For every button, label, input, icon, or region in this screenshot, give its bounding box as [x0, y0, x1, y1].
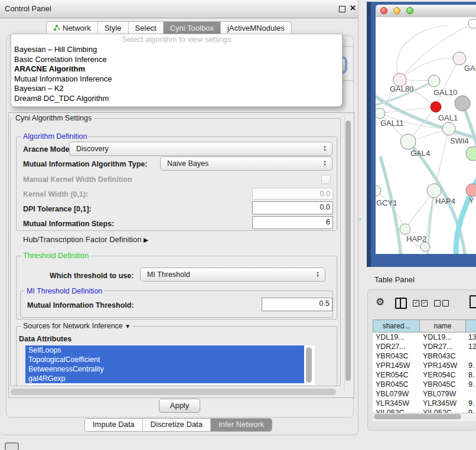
which-threshold-combobox[interactable]: MI Threshold ▲▼ [140, 268, 325, 282]
new-table-icon[interactable] [470, 295, 476, 308]
settings-vertical-scrollbar-thumb[interactable] [345, 120, 351, 381]
node-label: GAL11 [380, 119, 404, 128]
mi-type-value: Naive Bayes [167, 159, 208, 168]
table-cell: 13 [466, 332, 476, 342]
data-attribute-item[interactable]: BetweennessCentrality [25, 364, 304, 374]
data-attribute-item[interactable]: gal4RGexp [25, 374, 304, 383]
tab-style[interactable]: Style [98, 22, 129, 35]
close-icon[interactable]: ✕ [350, 4, 356, 12]
algorithm-option[interactable]: Mutual Information Inference [11, 74, 342, 84]
network-node-gal4[interactable] [400, 134, 416, 149]
mi-threshold-field[interactable]: 0.5 [262, 298, 332, 311]
algorithm-option[interactable]: Bayesian – Hill Climbing [11, 45, 342, 55]
table-row[interactable]: YDR27...YDR27...12 [373, 342, 476, 351]
column-header[interactable] [466, 319, 476, 332]
hub-definition-toggle[interactable]: Hub/Transcription Factor Definition ▶ [23, 235, 148, 244]
network-node-y[interactable] [466, 184, 476, 197]
aracne-mode-combobox[interactable]: Discovery ▲▼ [69, 142, 332, 156]
table-cell: YER054C [373, 370, 420, 380]
table-row[interactable]: YDL19...YDL19...13 [373, 332, 476, 342]
algorithm-option[interactable]: Basic Correlation Inference [11, 55, 342, 65]
table-row[interactable]: YLR345WYLR345W9. [373, 399, 476, 408]
network-node-hap4[interactable] [427, 184, 441, 198]
float-window-icon[interactable] [339, 6, 345, 12]
network-canvas[interactable]: GALGAL80GAL10GAL1GAL11GAL4SWI4GCY1HAP4YH… [376, 17, 476, 254]
table-horizontal-scrollbar-thumb[interactable] [374, 414, 461, 419]
settings-horizontal-scrollbar-thumb[interactable] [11, 389, 336, 395]
kernel-width-label: Kernel Width (0,1): [23, 190, 88, 198]
column-header[interactable]: shared... [373, 319, 420, 332]
network-edge[interactable] [380, 107, 436, 113]
network-node-gal[interactable] [453, 52, 466, 65]
collapsed-panel-button[interactable] [5, 442, 19, 450]
table-cell: YLR345W [373, 399, 420, 408]
attribute-list-scrollbar-thumb[interactable] [306, 347, 312, 383]
network-node[interactable] [420, 242, 430, 252]
table-row[interactable]: YER054CYER054C8. [373, 370, 476, 380]
control-panel-title: Control Panel [5, 4, 51, 13]
network-node-gal1[interactable] [455, 96, 470, 111]
network-edge[interactable] [397, 25, 448, 80]
column-layout-icon[interactable] [395, 298, 407, 309]
node-label: SWI4 [450, 136, 469, 145]
network-node-swi4[interactable] [466, 146, 476, 161]
threshold-definition-title: Threshold Definition [21, 252, 90, 260]
table-row[interactable]: YBL079WYBL079W [373, 389, 476, 399]
mi-type-combobox[interactable]: Naive Bayes ▲▼ [160, 156, 332, 171]
which-threshold-value: MI Threshold [147, 270, 190, 279]
algorithm-option[interactable]: Dream8 DC_TDC Algorithm [11, 94, 342, 104]
deselect-all-checkbox-icon[interactable] [442, 300, 449, 306]
apply-button[interactable]: Apply [159, 399, 200, 413]
table-cell: YIL052C [420, 408, 466, 413]
gear-icon[interactable]: ⚙ [376, 296, 384, 308]
table-row[interactable]: YPR145WYPR145W9. [373, 361, 476, 370]
network-node[interactable] [442, 122, 455, 135]
table-cell: YBR043C [373, 351, 420, 361]
minimize-window-icon[interactable] [393, 7, 400, 14]
table-row[interactable]: YBR043CYBR043C [373, 351, 476, 361]
table-row[interactable]: YIL052CYIL052C9 [373, 408, 476, 413]
sources-group-title[interactable]: Sources for Network Inference ▼ [21, 322, 132, 330]
bottom-tab-infer-network[interactable]: Infer Network [211, 419, 272, 431]
tab-label: Style [105, 24, 122, 32]
network-node-hap2[interactable] [400, 224, 410, 234]
network-window-titlebar[interactable] [376, 5, 476, 18]
kernel-width-field[interactable]: 0.0 [252, 188, 333, 200]
data-attribute-item[interactable]: TopologicalCoefficient [25, 355, 304, 364]
tab-label: Select [135, 24, 157, 32]
tab-jactivemnodules[interactable]: jActiveMNodules [221, 22, 291, 35]
network-node[interactable] [431, 102, 441, 112]
table-row[interactable]: YBR045CYBR045C9. [373, 380, 476, 389]
network-node-gal11[interactable] [376, 108, 385, 119]
select-all-checkbox-icon[interactable]: ✓ [413, 300, 419, 306]
zoom-window-icon[interactable] [406, 7, 413, 14]
bottom-tab-impute-data[interactable]: Impute Data [85, 419, 143, 431]
tab-select[interactable]: Select [129, 22, 164, 35]
column-header[interactable]: name [420, 319, 466, 332]
panel-splitter-handle[interactable]: › [359, 216, 361, 222]
data-attribute-item[interactable]: SelfLoops [25, 345, 304, 355]
mi-steps-field[interactable]: 6 [252, 216, 333, 229]
select-all-checkbox-icon[interactable]: ✓ [421, 300, 428, 306]
bottom-tabs: Impute DataDiscretize DataInfer Network [84, 418, 272, 432]
tab-cyni-toolbox[interactable]: Cyni Toolbox [164, 22, 221, 35]
tab-network[interactable]: Network [47, 22, 98, 35]
network-node-gal10[interactable] [428, 75, 440, 87]
tab-label: Cyni Toolbox [170, 24, 214, 32]
dpi-tolerance-field[interactable]: 0.0 [252, 201, 333, 214]
algorithm-option[interactable]: Bayesian – K2 [11, 84, 342, 94]
close-window-icon[interactable] [380, 7, 387, 14]
table-cell: YDL19... [373, 332, 420, 342]
table-cell: 9. [466, 361, 474, 370]
deselect-all-checkbox-icon[interactable] [434, 300, 441, 306]
cyni-settings-group-title: Cyni Algorithm Settings [14, 114, 93, 122]
algorithm-dropdown-placeholder: Select algorithm to view settings [11, 35, 342, 45]
network-edge[interactable] [434, 129, 449, 191]
network-node[interactable] [468, 19, 476, 28]
algorithm-option[interactable]: ARACNE Algorithm [11, 64, 342, 74]
table-cell: YBL079W [420, 389, 466, 399]
combobox-stepper-icon: ▲▼ [323, 145, 327, 152]
bottom-tab-discretize-data[interactable]: Discretize Data [143, 419, 211, 431]
manual-kernel-checkbox[interactable] [321, 175, 331, 184]
table-cell: YDL19... [420, 332, 466, 342]
